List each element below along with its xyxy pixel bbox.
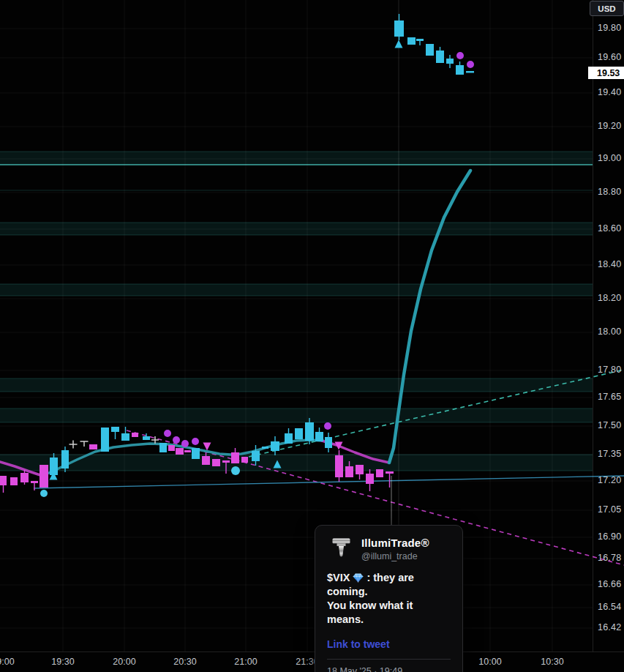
candle: [168, 445, 175, 451]
candle: [376, 469, 383, 477]
time-axis[interactable]: 19:0019:3020:0020:3021:0021:301910:0010:…: [0, 652, 624, 672]
price-band[interactable]: [0, 378, 593, 392]
candle: [407, 37, 416, 45]
price-axis-label: 18.80: [593, 187, 621, 197]
candle: [386, 471, 394, 474]
price-axis-label: 17.50: [593, 420, 621, 430]
candle: [184, 450, 191, 452]
candle: [10, 477, 18, 485]
trend-line-baseline-horizontal[interactable]: [34, 476, 624, 488]
gem-icon: [353, 573, 364, 583]
candle: [466, 71, 474, 73]
time-axis-label: 21:00: [234, 657, 257, 667]
marker-circle: [231, 466, 240, 475]
price-axis-label: 17.20: [593, 475, 621, 485]
time-axis-label: 19:30: [51, 657, 74, 667]
currency-toggle-button[interactable]: USD: [590, 1, 624, 16]
tweet-author-name: IllumiTrade®: [361, 537, 429, 549]
tweet-timestamp: 18 May '25 · 19:49: [327, 666, 451, 672]
marker-circle: [40, 490, 48, 497]
candle: [222, 460, 230, 463]
illumitrade-logo-icon: [331, 537, 351, 559]
candle: [192, 448, 200, 459]
chart-canvas[interactable]: [0, 0, 624, 672]
candle: [241, 457, 248, 463]
candle: [202, 456, 210, 465]
candle: [176, 448, 184, 455]
candle: [132, 433, 138, 437]
price-axis-label: 18.40: [593, 259, 621, 269]
price-axis-label: 16.90: [593, 531, 621, 542]
price-axis-label: 19.80: [593, 23, 621, 33]
price-axis-label: 16.42: [593, 622, 621, 632]
marker-circle: [181, 440, 189, 447]
price-axis-label: 16.54: [593, 602, 621, 612]
tweet-identity: IllumiTrade® @illumi_trade: [361, 537, 429, 561]
link-to-tweet[interactable]: Link to tweet: [327, 638, 451, 650]
marker-circle: [467, 61, 474, 68]
price-axis-label: 18.20: [593, 293, 621, 303]
price-axis-label: 17.05: [593, 504, 621, 515]
candle: [20, 473, 29, 482]
time-axis-label: 10:00: [478, 657, 501, 667]
price-axis-label: 18.60: [593, 223, 621, 234]
time-axis-label: 20:30: [173, 657, 196, 667]
candle: [271, 441, 279, 451]
price-band[interactable]: [0, 152, 593, 165]
marker-triangle-down: [203, 443, 211, 451]
price-axis-label: 17.65: [593, 392, 621, 402]
candle: [366, 474, 374, 484]
tweet-divider: [327, 659, 451, 660]
time-axis-label: 10:30: [541, 657, 563, 667]
candle: [0, 476, 7, 485]
price-band[interactable]: [0, 455, 593, 471]
time-axis-label: 19:00: [0, 657, 15, 667]
price-axis-label: 16.78: [593, 553, 621, 563]
price-band[interactable]: [0, 408, 593, 422]
candle: [212, 459, 220, 466]
price-axis-label: 16.66: [593, 579, 621, 589]
last-price-tag: 19.53: [588, 67, 624, 79]
tweet-text-line2: You know what it means.: [327, 600, 413, 625]
candle: [305, 422, 314, 441]
price-band[interactable]: [0, 284, 593, 296]
price-axis[interactable]: 19.8019.6019.4019.2019.0018.8018.6018.40…: [593, 0, 624, 652]
marker-circle: [173, 436, 180, 444]
candle: [101, 428, 109, 452]
candle: [436, 51, 444, 63]
candle: [61, 450, 69, 468]
price-axis-label: 19.20: [593, 121, 621, 131]
candle: [446, 59, 454, 64]
price-axis-label: 19.40: [593, 87, 621, 97]
candle: [89, 444, 97, 449]
candle: [231, 452, 239, 463]
time-axis-label: 20:00: [113, 657, 135, 667]
candle: [426, 44, 434, 56]
last-price-value: 19.53: [597, 68, 620, 78]
currency-label: USD: [598, 4, 615, 13]
price-axis-label: 18.00: [593, 326, 621, 337]
candle: [315, 432, 323, 441]
candle: [356, 465, 364, 474]
candle: [31, 481, 38, 483]
tweet-text-pre: $VIX: [327, 572, 350, 583]
candle: [345, 466, 353, 477]
candle: [325, 437, 332, 448]
candle: [111, 427, 119, 432]
candle: [335, 455, 343, 477]
tweet-author-handle: @illumi_trade: [361, 551, 429, 561]
candle: [121, 433, 129, 441]
candle: [143, 436, 150, 440]
candle: [285, 433, 293, 444]
candle: [295, 428, 303, 439]
candle: [159, 443, 167, 452]
tweet-popup[interactable]: IllumiTrade® @illumi_trade $VIX : they a…: [315, 525, 463, 672]
price-axis-label: 17.80: [593, 365, 621, 375]
candle: [40, 465, 48, 488]
marker-triangle-up: [395, 40, 403, 48]
marker-circle: [192, 438, 199, 445]
candle: [262, 447, 268, 449]
marker-circle: [456, 52, 464, 59]
candle: [416, 39, 424, 41]
candle: [394, 20, 404, 37]
